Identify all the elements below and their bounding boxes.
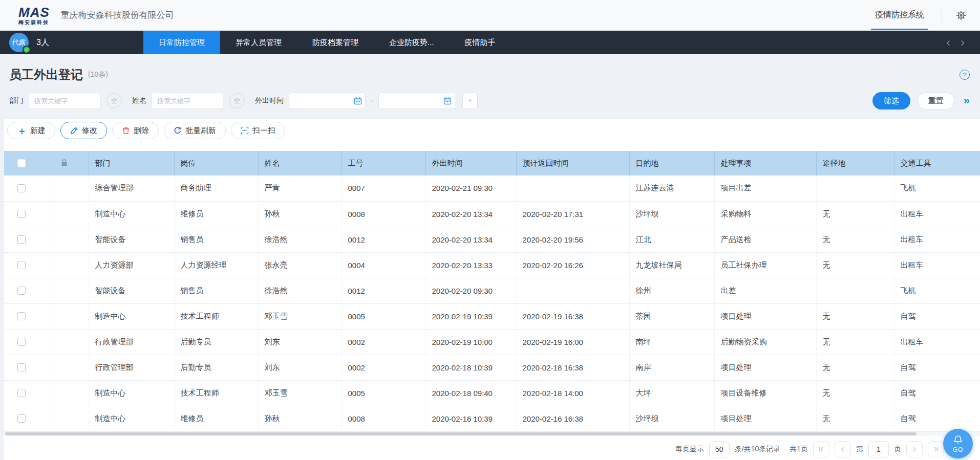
first-page-button[interactable] [813, 441, 829, 457]
table-row[interactable]: 制造中心技术工程师 邓玉雪0005 2020-02-18 09:402020-0… [4, 380, 980, 406]
nav-scroll-right-icon[interactable]: › [961, 36, 965, 49]
record-count-badge: (10条) [88, 70, 108, 79]
dept-filter-input[interactable] [29, 93, 100, 109]
table-row[interactable]: 智能设备销售员 徐浩然0012 2020-02-20 13:342020-02-… [4, 227, 980, 252]
nav-tab-epidemic-assistant[interactable]: 疫情助手 [450, 31, 511, 54]
nav-scroll-left-icon[interactable]: ‹ [946, 36, 950, 49]
table-row[interactable]: 行政管理部后勤专员 刘东0002 2020-02-18 10:392020-02… [4, 355, 980, 380]
user-count-label: 3人 [36, 37, 49, 48]
active-system-tab-underline [871, 29, 928, 30]
user-avatar[interactable]: 代露 ✓ [9, 33, 29, 52]
time-to-input[interactable] [378, 93, 455, 109]
next-page-button[interactable] [906, 441, 923, 457]
total-pages-label: 共1页 [790, 445, 808, 454]
row-checkbox[interactable] [17, 235, 26, 244]
table-row[interactable]: 制造中心技术工程师 邓玉雪0005 2020-02-19 10:392020-0… [4, 303, 980, 329]
col-header-expected-return[interactable]: 预计返回时间 [516, 151, 629, 176]
row-checkbox[interactable] [17, 210, 26, 218]
row-checkbox[interactable] [17, 184, 26, 192]
date-range-dash: - [371, 96, 373, 105]
records-total-label: 条/共10条记录 [735, 445, 780, 454]
scan-icon [241, 126, 249, 135]
filter-button[interactable]: 筛选 [872, 92, 910, 109]
prev-page-button[interactable] [835, 441, 851, 457]
system-tab-epidemic-control[interactable]: 疫情防控系统 [871, 0, 928, 30]
row-checkbox[interactable] [17, 414, 26, 423]
help-icon[interactable]: ? [960, 70, 970, 80]
current-page-input[interactable] [868, 441, 889, 457]
name-filter-label: 姓名 [132, 96, 146, 105]
settings-gear-icon[interactable] [955, 10, 967, 21]
nav-tab-abnormal-personnel[interactable]: 异常人员管理 [220, 31, 297, 54]
delete-button[interactable]: 删除 [112, 122, 159, 139]
nav-tab-enterprise-situation[interactable]: 企业防疫势... [374, 31, 450, 54]
filter-bar: 部门 空 姓名 空 外出时间 - [9, 92, 970, 109]
col-header-department[interactable]: 部门 [89, 151, 174, 176]
float-go-label: GO [953, 447, 964, 453]
last-page-button[interactable] [928, 441, 944, 457]
row-checkbox[interactable] [17, 287, 26, 295]
horizontal-scrollbar-thumb[interactable] [5, 432, 917, 435]
scan-button[interactable]: 扫一扫 [231, 122, 285, 139]
time-filter-label: 外出时间 [255, 96, 284, 105]
edit-button[interactable]: 修改 [60, 122, 107, 139]
table-row[interactable]: 行政管理部后勤专员 刘东0002 2020-02-19 10:002020-02… [4, 329, 980, 355]
col-header-position[interactable]: 岗位 [174, 151, 258, 176]
company-name: 重庆梅安森科技股份有限公司 [61, 9, 174, 21]
table-row[interactable]: 制造中心维修员 孙秋0008 2020-02-20 13:342020-02-2… [4, 201, 980, 227]
select-all-checkbox[interactable] [17, 159, 26, 167]
user-block: 代露 ✓ 3人 [0, 31, 143, 54]
lock-icon [60, 159, 68, 167]
col-header-destination[interactable]: 目的地 [629, 151, 714, 176]
time-filter-dropdown-button[interactable]: ▼ [462, 93, 478, 109]
table-row[interactable]: 综合管理部商务助理 严肯0007 2020-02-21 09:30 江苏连云港项… [4, 176, 980, 201]
notification-bell-float-button[interactable]: GO [943, 429, 973, 458]
dept-empty-button[interactable]: 空 [106, 93, 122, 108]
time-from-input[interactable] [289, 93, 366, 109]
new-button[interactable]: ＋ 新建 [7, 122, 55, 139]
pagination-bar: 每页显示 条/共10条记录 共1页 第 页 GO [4, 436, 980, 457]
reset-button[interactable]: 重置 [918, 92, 954, 109]
avatar-initials: 代露 [12, 38, 26, 47]
col-header-outing-time[interactable]: 外出时间 [425, 151, 516, 176]
trash-icon [122, 126, 130, 135]
table-toolbar: ＋ 新建 修改 删除 [4, 119, 980, 139]
table-header-row: 部门 岗位 姓名 工号 外出时间 预计返回时间 目的地 处理事项 途径地 交通工… [4, 151, 980, 176]
table-row[interactable]: 智能设备销售员 徐浩然0012 2020-02-20 09:30 徐州出差 飞机 [4, 278, 980, 303]
header-divider [942, 9, 942, 21]
content-panel: ＋ 新建 修改 删除 [4, 119, 980, 460]
row-checkbox[interactable] [17, 338, 26, 346]
table-row[interactable]: 制造中心维修员 孙秋0008 2020-02-16 10:392020-02-1… [4, 406, 980, 431]
page-suffix-label: 页 [894, 445, 901, 454]
row-checkbox[interactable] [17, 261, 26, 269]
col-header-transport[interactable]: 交通工具 [894, 151, 980, 176]
name-filter-input[interactable] [152, 93, 223, 109]
row-checkbox[interactable] [17, 363, 26, 371]
table-row[interactable]: 人力资源部人力资源经理 张永亮0004 2020-02-20 13:332020… [4, 252, 980, 278]
company-logo[interactable]: MAS 梅安森科技 [18, 6, 50, 25]
online-check-badge: ✓ [23, 46, 31, 54]
chevron-down-icon: ▼ [468, 98, 473, 103]
row-checkbox[interactable] [17, 312, 26, 320]
bell-icon [952, 434, 964, 446]
logo-sub-text: 梅安森科技 [18, 20, 50, 25]
col-header-employee-id[interactable]: 工号 [342, 151, 425, 176]
page-head: 员工外出登记 (10条) ? 部门 空 姓名 空 外出时间 - [0, 54, 980, 119]
horizontal-scrollbar [4, 432, 980, 436]
page-title: 员工外出登记 [9, 67, 83, 83]
name-empty-button[interactable]: 空 [229, 93, 245, 108]
dept-filter-label: 部门 [9, 96, 24, 105]
batch-refresh-button[interactable]: 批量刷新 [164, 122, 226, 139]
col-header-matter[interactable]: 处理事项 [714, 151, 816, 176]
col-header-route[interactable]: 途径地 [816, 151, 894, 176]
nav-tabs: 日常防控管理 异常人员管理 防疫档案管理 企业防疫势... 疫情助手 [143, 31, 511, 54]
page-size-input[interactable] [709, 441, 730, 457]
row-checkbox[interactable] [17, 389, 26, 397]
system-tab-label: 疫情防控系统 [875, 10, 924, 20]
expand-filters-icon[interactable]: » [964, 95, 970, 106]
nav-tab-epidemic-archives[interactable]: 防疫档案管理 [297, 31, 374, 54]
nav-tab-daily-control[interactable]: 日常防控管理 [143, 31, 220, 54]
logo-brand-text: MAS [18, 6, 50, 19]
top-header-bar: MAS 梅安森科技 重庆梅安森科技股份有限公司 疫情防控系统 [0, 0, 980, 31]
col-header-name[interactable]: 姓名 [258, 151, 342, 176]
